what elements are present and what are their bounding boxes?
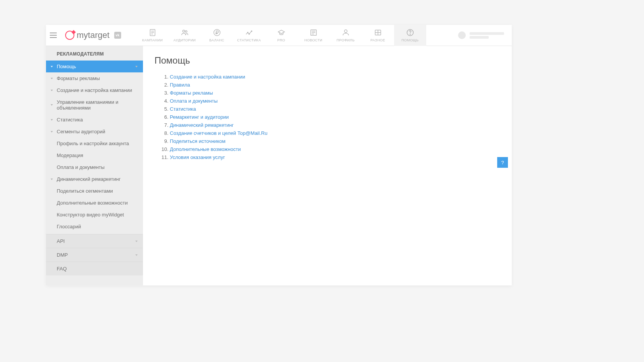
help-link-item: Форматы рекламы [170,89,500,97]
help-link[interactable]: Правила [170,82,190,88]
help-link-item: Ремаркетинг и аудитории [170,113,500,121]
help-link-item: Создание и настройка кампании [170,73,500,81]
sidebar-section-dmp[interactable]: DMP [46,248,143,262]
svg-point-8 [248,34,249,34]
grid-icon [374,28,382,37]
sidebar-item[interactable]: Поделиться сегментами [46,185,143,197]
vk-badge[interactable]: vk [114,32,121,39]
help-link[interactable]: Создание и настройка кампании [170,74,245,80]
nav-label: КАМПАНИИ [142,38,163,42]
nav-label: БАЛАНС [209,38,224,42]
sidebar-item[interactable]: Профиль и настройки аккаунта [46,138,143,149]
help-link[interactable]: Оплата и документы [170,98,218,104]
sidebar-item[interactable]: Дополнительные возможности [46,197,143,209]
sidebar-heading: РЕКЛАМОДАТЕЛЯМ [46,46,143,61]
nav-audiences[interactable]: АУДИТОРИИ [169,25,201,46]
ruble-icon [213,28,221,37]
help-link[interactable]: Динамический ремаркетинг [170,122,234,128]
sidebar-item[interactable]: Статистика [46,114,143,126]
nav-tabs: КАМПАНИИ АУДИТОРИИ БАЛАНС СТАТИСТИКА PRO… [136,25,426,46]
sidebar-section-api[interactable]: API [46,234,143,248]
float-help-button[interactable]: ? [497,157,508,168]
nav-news[interactable]: НОВОСТИ [297,25,330,46]
help-link[interactable]: Дополнительные возможности [170,146,241,152]
nav-label: СТАТИСТИКА [237,38,261,42]
main-content: Помощь Создание и настройка кампании Пра… [143,46,512,285]
help-link[interactable]: Поделиться источником [170,138,225,144]
user-icon [342,28,350,37]
help-link[interactable]: Ремаркетинг и аудитории [170,114,229,120]
help-link[interactable]: Статистика [170,106,196,112]
help-link[interactable]: Форматы рекламы [170,90,213,96]
sidebar-item[interactable]: Создание и настройка кампании [46,84,143,96]
nav-label: ПОМОЩЬ [401,38,419,42]
nav-balance[interactable]: БАЛАНС [201,25,233,46]
help-link-item: Правила [170,81,500,89]
help-link[interactable]: Условия оказания услуг [170,154,225,160]
svg-point-9 [251,31,252,31]
svg-point-5 [185,31,187,33]
help-link-item: Статистика [170,105,500,113]
sidebar-item[interactable]: Модерация [46,149,143,161]
user-box[interactable] [426,31,512,39]
sidebar-item-help[interactable]: Помощь [46,61,143,72]
nav-label: НОВОСТИ [304,38,322,42]
svg-point-19 [410,34,410,34]
svg-point-6 [214,29,220,36]
topbar: mytarget vk КАМПАНИИ АУДИТОРИИ БАЛАНС СТ… [46,25,512,46]
nav-campaigns[interactable]: КАМПАНИИ [136,25,169,46]
sidebar-item[interactable]: Динамический ремаркетинг [46,173,143,185]
page-title: Помощь [154,55,500,66]
avatar [458,31,466,39]
help-link-item: Дополнительные возможности [170,145,500,153]
sidebar-item[interactable]: Управление кампаниями и объявлениями [46,96,143,114]
help-link[interactable]: Создание счетчиков и целей Top@Mail.Ru [170,130,268,136]
people-icon [181,28,189,37]
chart-icon [245,28,253,37]
svg-point-14 [344,30,347,33]
nav-label: РАЗНОЕ [370,38,385,42]
nav-stats[interactable]: СТАТИСТИКА [233,25,265,46]
sidebar: РЕКЛАМОДАТЕЛЯМ Помощь Форматы рекламы Со… [46,46,143,285]
help-link-item: Создание счетчиков и целей Top@Mail.Ru [170,129,500,137]
nav-pro[interactable]: PRO [265,25,297,46]
svg-point-4 [182,30,185,33]
sidebar-item[interactable]: Конструктор видео myWidget [46,209,143,221]
nav-label: ПРОФИЛЬ [337,38,355,42]
help-link-item: Оплата и документы [170,97,500,105]
sidebar-item[interactable]: Глоссарий [46,221,143,234]
sidebar-item[interactable]: Форматы рекламы [46,72,143,84]
nav-help[interactable]: ПОМОЩЬ [394,25,426,46]
sidebar-item[interactable]: Сегменты аудиторий [46,126,143,138]
cap-icon [277,28,286,37]
doc-icon [148,28,157,37]
help-link-item: Условия оказания услуг [170,153,500,161]
help-icon [406,28,414,37]
menu-icon[interactable] [50,31,59,40]
nav-profile[interactable]: ПРОФИЛЬ [330,25,362,46]
svg-point-7 [247,32,248,33]
help-link-item: Поделиться источником [170,137,500,145]
nav-label: АУДИТОРИИ [174,38,196,42]
user-placeholder [470,32,504,39]
sidebar-item[interactable]: Оплата и документы [46,161,143,173]
logo[interactable]: mytarget [65,30,110,40]
news-icon [309,28,318,37]
help-link-item: Динамический ремаркетинг [170,121,500,129]
app-window: mytarget vk КАМПАНИИ АУДИТОРИИ БАЛАНС СТ… [46,25,512,285]
target-icon [65,31,74,40]
sidebar-faq[interactable]: FAQ [46,262,143,275]
nav-label: PRO [277,38,285,42]
nav-other[interactable]: РАЗНОЕ [362,25,394,46]
help-links: Создание и настройка кампании Правила Фо… [154,73,500,161]
logo-text: mytarget [77,30,110,40]
